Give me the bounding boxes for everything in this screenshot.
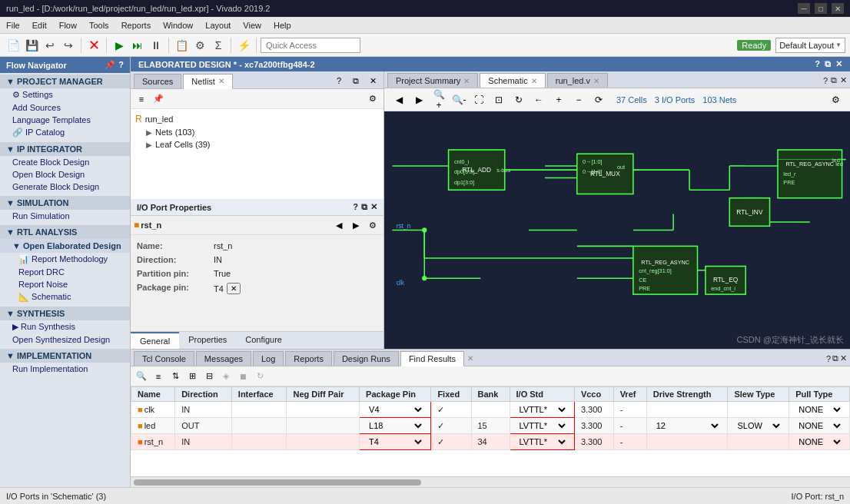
sidebar-item-create-block[interactable]: Create Block Design <box>0 156 130 168</box>
elab-question-icon[interactable]: ? <box>815 59 820 69</box>
elab-restore-icon[interactable]: ⧉ <box>825 59 831 69</box>
menu-layout[interactable]: Layout <box>199 17 237 33</box>
new-btn[interactable]: 📄 <box>5 37 22 54</box>
schema-settings-btn[interactable]: ⚙ <box>827 91 844 108</box>
synthesis-title[interactable]: ▼ SYNTHESIS <box>0 307 130 320</box>
tab-reports[interactable]: Reports <box>285 351 332 366</box>
simulation-title[interactable]: ▼ SIMULATION <box>0 196 130 210</box>
schema-zoom-out-btn[interactable]: 🔍- <box>450 91 467 108</box>
schema-close-icon[interactable]: ✕ <box>840 75 847 85</box>
left-panel-close-btn[interactable]: ✕ <box>365 73 380 88</box>
pm-section-title[interactable]: ▼ PROJECT MANAGER <box>0 75 130 88</box>
netlist-filter-btn[interactable]: ≡ <box>134 91 149 107</box>
proj-summary-close-icon[interactable]: ✕ <box>463 77 470 85</box>
tab-runled-v[interactable]: run_led.v ✕ <box>547 73 608 88</box>
maximize-btn[interactable]: □ <box>815 3 827 14</box>
table-row-rstn[interactable]: ■rst_n IN T4 ✓ 34 LVTTL* <box>131 434 850 450</box>
props-tab-general[interactable]: General <box>131 332 179 349</box>
netlist-settings-icon[interactable]: ⚙ <box>365 91 380 107</box>
io-props-close-icon[interactable]: ✕ <box>370 202 377 212</box>
bt-expand-btn[interactable]: ⊞ <box>184 369 200 384</box>
io-props-back-btn[interactable]: ◀ <box>331 217 347 233</box>
menu-tools[interactable]: Tools <box>83 17 115 33</box>
io-props-restore-icon[interactable]: ⧉ <box>361 202 367 212</box>
sidebar-item-language-templates[interactable]: Language Templates <box>0 114 130 126</box>
sidebar-item-gen-block[interactable]: Generate Block Design <box>0 181 130 193</box>
iostd-select-led[interactable]: LVTTL* <box>516 420 568 431</box>
minimize-btn[interactable]: ─ <box>798 3 810 14</box>
cell-drive[interactable]: 12 <box>646 418 728 434</box>
nets-stat[interactable]: 103 Nets <box>702 95 736 104</box>
props-tab-configure[interactable]: Configure <box>236 332 291 349</box>
io-ports-stat[interactable]: 3 I/O Ports <box>655 95 696 104</box>
cell-slew[interactable]: SLOW <box>728 418 789 434</box>
save-btn[interactable]: 💾 <box>23 37 40 54</box>
schema-reload-btn[interactable]: ⟳ <box>590 91 607 108</box>
netlist-pin-btn[interactable]: 📌 <box>151 91 166 107</box>
h-scroll-thumb[interactable] <box>134 479 421 486</box>
close-btn[interactable]: ✕ <box>832 3 844 14</box>
netlist-tab-close-icon[interactable]: ✕ <box>218 77 224 85</box>
tab-design-runs[interactable]: Design Runs <box>334 351 399 366</box>
menu-flow[interactable]: Flow <box>53 17 83 33</box>
tab-netlist[interactable]: Netlist ✕ <box>183 74 233 89</box>
sidebar-question-icon[interactable]: ? <box>118 60 124 70</box>
bt-refresh-btn[interactable]: ↻ <box>252 369 267 384</box>
bt-search-btn[interactable]: 🔍 <box>134 369 149 384</box>
tab-tcl-console[interactable]: Tcl Console <box>134 351 194 366</box>
prog-btn[interactable]: ⚡ <box>235 37 252 54</box>
left-panel-help-btn[interactable]: ? <box>331 73 347 88</box>
bottom-restore-icon[interactable]: ⧉ <box>832 353 838 363</box>
tab-log[interactable]: Log <box>253 351 284 366</box>
bt-align-left-btn[interactable]: ≡ <box>151 369 166 384</box>
pull-select-led[interactable]: NONE <box>795 420 843 431</box>
run-btn[interactable]: ▶ <box>111 37 128 54</box>
cell-iostd[interactable]: LVTTL* <box>510 402 574 418</box>
menu-edit[interactable]: Edit <box>26 17 53 33</box>
rtl-title[interactable]: ▼ RTL ANALYSIS <box>0 225 130 239</box>
left-panel-restore-btn[interactable]: ⧉ <box>348 73 364 88</box>
schema-refresh-btn[interactable]: ↻ <box>510 91 527 108</box>
pkg-select-clk[interactable]: V4 <box>366 404 424 415</box>
io-props-question-icon[interactable]: ? <box>353 202 358 212</box>
menu-window[interactable]: Window <box>157 17 199 33</box>
find-results-close-icon[interactable]: ✕ <box>467 354 473 363</box>
menu-file[interactable]: File <box>0 17 26 33</box>
sidebar-item-add-sources[interactable]: Add Sources <box>0 101 130 114</box>
sidebar-item-run-synth[interactable]: ▶ Run Synthesis <box>0 320 130 333</box>
copy-btn[interactable]: 📋 <box>173 37 190 54</box>
pull-select-clk[interactable]: NONE <box>795 404 843 415</box>
pause-btn[interactable]: ⏸ <box>148 37 164 54</box>
iostd-select-rstn[interactable]: LVTTL* <box>516 436 568 447</box>
sigma-btn[interactable]: Σ <box>210 37 227 54</box>
table-row[interactable]: ■led OUT L18 ✓ 15 LVTTL* <box>131 418 850 434</box>
pull-select-rstn[interactable]: NONE <box>795 436 843 447</box>
sidebar-item-report-methodology[interactable]: 📊 Report Methodology <box>0 253 130 266</box>
schema-restore-icon[interactable]: ⧉ <box>831 75 837 85</box>
schematic-close-icon[interactable]: ✕ <box>531 77 537 85</box>
schema-fit-btn[interactable]: ⛶ <box>470 91 487 108</box>
menu-reports[interactable]: Reports <box>115 17 158 33</box>
bottom-question-icon[interactable]: ? <box>826 354 831 363</box>
cell-pull[interactable]: NONE <box>789 418 850 434</box>
open-elab-title[interactable]: ▼ Open Elaborated Design <box>0 239 130 253</box>
cells-stat[interactable]: 37 Cells <box>616 95 647 104</box>
cell-iostd[interactable]: LVTTL* <box>510 418 574 434</box>
synth-btn[interactable]: ⚙ <box>191 37 208 54</box>
schema-add-btn[interactable]: + <box>550 91 567 108</box>
pkg-select-led[interactable]: L18 <box>366 420 424 431</box>
io-props-fwd-btn[interactable]: ▶ <box>348 217 364 233</box>
sidebar-item-report-drc[interactable]: Report DRC <box>0 266 130 278</box>
schema-zoom-in-btn[interactable]: 🔍+ <box>430 91 447 108</box>
pkg-select-rstn[interactable]: T4 <box>366 436 424 447</box>
netlist-root-item[interactable]: R run_led <box>134 112 380 126</box>
tab-find-results[interactable]: Find Results <box>400 351 464 366</box>
schema-route-btn[interactable]: ← <box>530 91 547 108</box>
netlist-nets-item[interactable]: ▶ Nets (103) <box>134 126 380 138</box>
slew-select-led[interactable]: SLOW <box>734 420 782 431</box>
bottom-close-icon[interactable]: ✕ <box>840 353 847 363</box>
quick-access-input[interactable] <box>261 38 360 53</box>
schematic-canvas[interactable]: RTL_ADD cnt0_i dp0[3:0] dp1[3:0] s-bus R… <box>384 111 850 349</box>
cell-pkg[interactable]: T4 <box>360 434 431 450</box>
undo-btn[interactable]: ↩ <box>42 37 58 54</box>
